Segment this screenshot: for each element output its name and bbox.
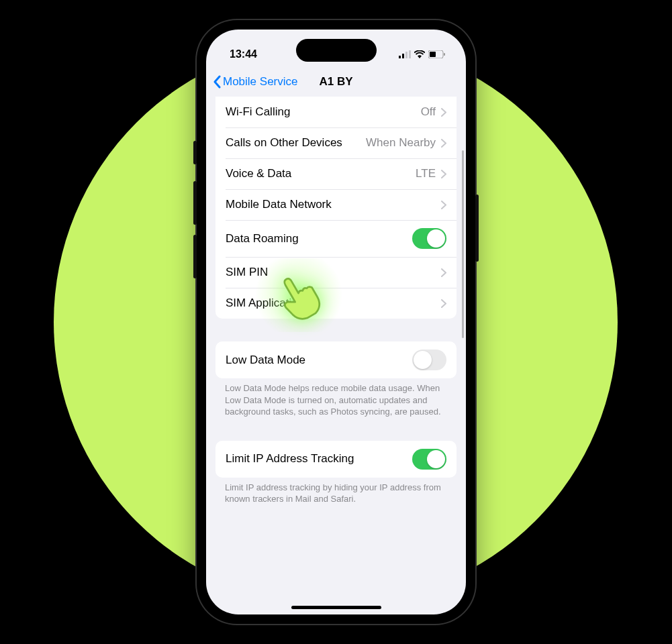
chevron-right-icon — [441, 139, 446, 148]
toggle-data-roaming[interactable] — [412, 228, 446, 249]
row-wifi-calling[interactable]: Wi-Fi Calling Off — [215, 97, 457, 127]
wifi-icon — [414, 50, 425, 58]
footer-limit-ip: Limit IP address tracking by hiding your… — [206, 478, 466, 505]
svg-rect-6 — [444, 53, 445, 56]
nav-bar: Mobile Service A1 BY — [206, 67, 466, 97]
nav-title: A1 BY — [319, 75, 352, 89]
back-label: Mobile Service — [223, 75, 298, 89]
phone-screen: 13:44 — [206, 30, 466, 614]
row-data-roaming: Data Roaming — [215, 220, 457, 257]
settings-group-carrier: Wi-Fi Calling Off Calls on Other Devices… — [215, 97, 457, 319]
chevron-right-icon — [441, 201, 446, 209]
chevron-right-icon — [441, 170, 446, 178]
chevron-left-icon — [213, 75, 221, 89]
row-sim-applications[interactable]: SIM Applications — [215, 288, 457, 319]
dynamic-island — [296, 39, 377, 62]
home-indicator[interactable] — [291, 606, 381, 609]
volume-down-button — [193, 235, 197, 278]
volume-up-button — [193, 181, 197, 225]
row-voice-and-data[interactable]: Voice & Data LTE — [215, 158, 457, 189]
back-button[interactable]: Mobile Service — [213, 75, 298, 89]
settings-group-limit-ip: Limit IP Address Tracking — [215, 441, 457, 478]
phone-frame: 13:44 — [197, 20, 475, 624]
cellular-icon — [399, 50, 411, 58]
row-label: Voice & Data — [226, 167, 291, 180]
row-value: Off — [421, 105, 436, 119]
mute-switch — [193, 141, 197, 164]
row-sim-pin[interactable]: SIM PIN — [215, 257, 457, 288]
toggle-low-data-mode[interactable] — [412, 350, 446, 370]
row-mobile-data-network[interactable]: Mobile Data Network — [215, 189, 457, 220]
row-label: Limit IP Address Tracking — [226, 452, 354, 466]
settings-group-low-data: Low Data Mode — [215, 341, 457, 378]
svg-rect-3 — [409, 50, 411, 58]
row-label: SIM Applications — [226, 297, 310, 310]
status-time: 13:44 — [230, 48, 257, 60]
row-low-data-mode: Low Data Mode — [215, 341, 457, 378]
row-label: Calls on Other Devices — [226, 136, 342, 150]
row-label: Low Data Mode — [226, 354, 305, 367]
chevron-right-icon — [441, 299, 446, 308]
footer-low-data: Low Data Mode helps reduce mobile data u… — [206, 378, 466, 418]
power-button — [475, 195, 479, 262]
row-value: When Nearby — [366, 136, 436, 150]
toggle-limit-ip-tracking[interactable] — [412, 449, 446, 470]
scroll-indicator[interactable] — [462, 150, 464, 338]
svg-rect-2 — [405, 52, 407, 58]
row-calls-on-other-devices[interactable]: Calls on Other Devices When Nearby — [215, 127, 457, 158]
settings-content[interactable]: Wi-Fi Calling Off Calls on Other Devices… — [206, 97, 466, 614]
chevron-right-icon — [441, 268, 446, 277]
row-label: Data Roaming — [226, 232, 299, 246]
svg-rect-0 — [399, 56, 401, 58]
svg-rect-1 — [402, 54, 404, 58]
row-label: Mobile Data Network — [226, 198, 332, 211]
chevron-right-icon — [441, 108, 446, 117]
row-value: LTE — [416, 167, 436, 180]
svg-rect-5 — [430, 52, 436, 57]
row-limit-ip-tracking: Limit IP Address Tracking — [215, 441, 457, 478]
row-label: Wi-Fi Calling — [226, 105, 290, 119]
row-label: SIM PIN — [226, 266, 268, 279]
battery-icon — [428, 50, 446, 58]
